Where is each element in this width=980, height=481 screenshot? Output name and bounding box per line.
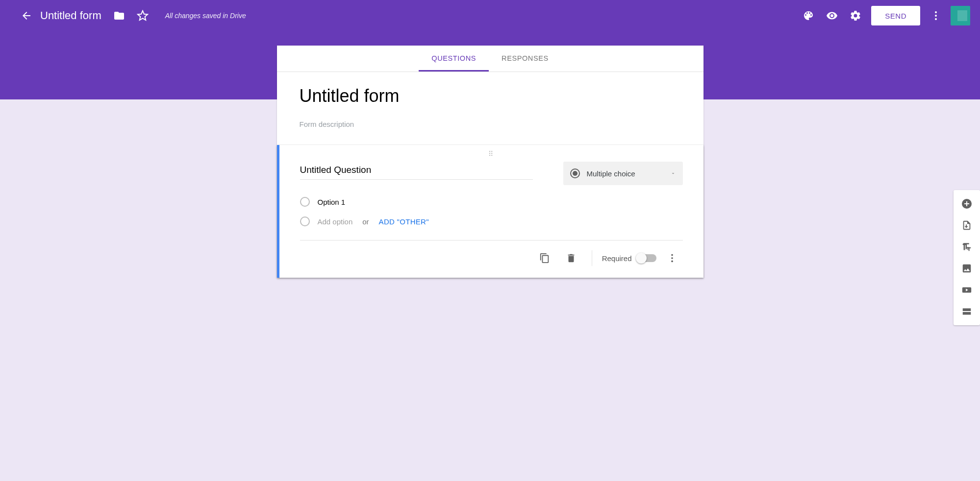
question-title-input[interactable] xyxy=(300,162,533,180)
delete-icon[interactable] xyxy=(560,247,582,269)
folder-icon[interactable] xyxy=(107,4,131,27)
tab-questions[interactable]: QUESTIONS xyxy=(419,46,489,72)
option-label[interactable]: Option 1 xyxy=(318,198,346,206)
add-image-icon[interactable] xyxy=(957,259,977,278)
settings-gear-icon[interactable] xyxy=(844,4,867,27)
question-type-label: Multiple choice xyxy=(587,169,635,178)
tab-responses[interactable]: RESPONSES xyxy=(489,46,561,72)
svg-point-1 xyxy=(935,15,937,17)
svg-point-5 xyxy=(671,261,673,263)
document-title[interactable]: Untitled form xyxy=(40,9,101,22)
option-row[interactable]: Option 1 xyxy=(300,192,683,212)
required-toggle[interactable] xyxy=(637,254,656,262)
form-title[interactable]: Untitled form xyxy=(300,86,681,106)
or-text: or xyxy=(362,217,369,226)
title-card[interactable]: Untitled form Form description xyxy=(277,72,704,145)
form-paper: QUESTIONS RESPONSES Untitled form Form d… xyxy=(277,46,704,278)
add-question-icon[interactable] xyxy=(957,194,977,214)
add-option-text[interactable]: Add option xyxy=(318,217,353,226)
required-label: Required xyxy=(602,254,632,263)
drag-handle-icon[interactable]: ⠿ xyxy=(300,149,683,159)
preview-eye-icon[interactable] xyxy=(820,4,844,27)
add-section-icon[interactable] xyxy=(957,302,977,321)
import-questions-icon[interactable] xyxy=(957,216,977,235)
separator xyxy=(592,250,592,266)
account-avatar[interactable] xyxy=(951,6,970,25)
add-other-button[interactable]: ADD "OTHER" xyxy=(379,217,429,226)
question-type-select[interactable]: Multiple choice xyxy=(563,162,683,185)
palette-icon[interactable] xyxy=(797,4,820,27)
form-description[interactable]: Form description xyxy=(300,120,681,128)
radio-outline-icon xyxy=(300,216,310,226)
more-vert-icon[interactable] xyxy=(924,4,948,27)
radio-outline-icon xyxy=(300,197,310,207)
send-button[interactable]: SEND xyxy=(871,6,920,25)
svg-point-0 xyxy=(935,11,937,13)
add-option-row: Add option or ADD "OTHER" xyxy=(300,212,683,231)
back-arrow-icon[interactable] xyxy=(15,4,38,27)
star-icon[interactable] xyxy=(131,4,154,27)
side-toolbar xyxy=(954,190,980,325)
radio-icon xyxy=(570,168,580,178)
add-video-icon[interactable] xyxy=(957,280,977,300)
question-card: ⠿ Multiple choice Option 1 Add option or… xyxy=(277,145,704,278)
question-more-icon[interactable] xyxy=(661,247,683,269)
svg-point-2 xyxy=(935,18,937,20)
duplicate-icon[interactable] xyxy=(534,247,555,269)
svg-point-3 xyxy=(671,254,673,256)
add-title-icon[interactable] xyxy=(957,237,977,257)
svg-point-4 xyxy=(671,257,673,259)
save-status: All changes saved in Drive xyxy=(165,12,246,20)
chevron-down-icon xyxy=(670,170,676,176)
